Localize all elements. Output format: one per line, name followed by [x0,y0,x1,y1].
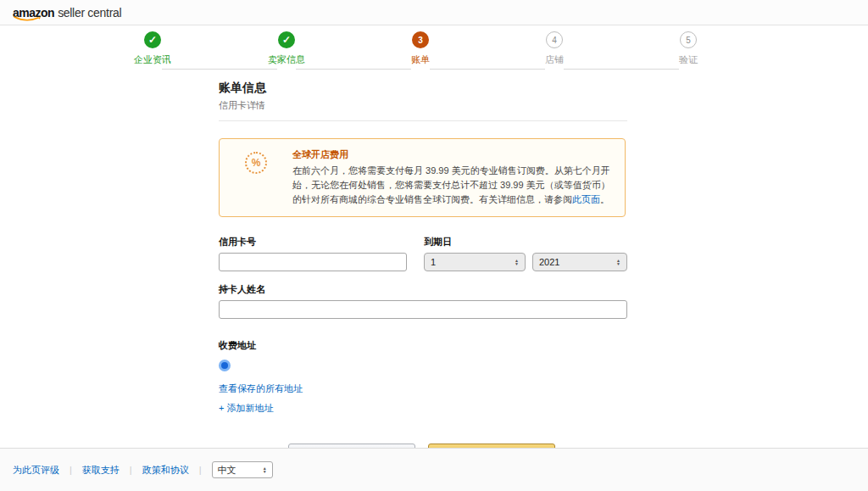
billing-address-radio[interactable] [219,360,231,371]
view-saved-addresses-link[interactable]: 查看保存的所有地址 [219,382,627,395]
step-number: 3 [412,31,429,48]
percent-badge-icon: % [245,152,267,174]
step-label: 卖家信息 [227,53,346,66]
stepper-connector [564,69,679,70]
card-number-input[interactable] [219,253,407,271]
step-verification: 5 验证 [629,31,748,66]
logo-seller-central-text: seller central [58,6,121,20]
stepper-arrows-icon: ▲▼ [263,466,267,473]
radio-selected-dot [221,362,228,369]
step-company-info: ✓ 企业资讯 [93,31,212,66]
expiry-month-select[interactable]: 1 ▲▼ [424,253,526,271]
global-selling-fee-notice: % 全球开店费用 在前六个月，您将需要支付每月 39.99 美元的专业销售订阅费… [219,138,626,217]
cardholder-name-input[interactable] [219,300,627,319]
amazon-smile-icon [14,16,42,22]
stepper-arrows-icon: ▲▼ [616,259,620,265]
page-footer: 为此页评级 | 获取支持 | 政策和协议 | 中文 ▲▼ [0,448,868,491]
stepper-connector [162,69,277,70]
this-page-link[interactable]: 此页面 [572,194,600,204]
step-billing: 3 账单 [361,31,480,66]
policies-agreements-link[interactable]: 政策和协议 [142,464,189,477]
step-label: 验证 [629,53,748,66]
notice-body-end: 。 [600,194,609,204]
footer-separator: | [130,465,132,475]
stepper-connector [296,69,411,70]
notice-title: 全球开店费用 [292,148,613,161]
registration-stepper: ✓ 企业资讯 ✓ 卖家信息 3 账单 4 店铺 5 验证 [0,30,868,72]
expiry-date-label: 到期日 [424,236,627,248]
expiry-month-value: 1 [431,257,436,267]
stepper-connector [430,69,545,70]
check-icon: ✓ [144,31,161,48]
step-seller-info: ✓ 卖家信息 [227,31,346,66]
add-new-address-link[interactable]: + 添加新地址 [219,402,627,415]
billing-form-section: 账单信息 信用卡详情 % 全球开店费用 在前六个月，您将需要支付每月 39.99… [219,81,627,462]
page-title: 账单信息 [219,81,627,96]
page-subtitle: 信用卡详情 [219,99,627,112]
section-divider [219,120,627,121]
amazon-seller-central-logo[interactable]: amazon seller central [13,6,121,20]
rate-this-page-link[interactable]: 为此页评级 [13,464,59,477]
cardholder-name-label: 持卡人姓名 [219,283,627,296]
billing-address-label: 收费地址 [219,339,627,352]
expiry-year-select[interactable]: 2021 ▲▼ [532,253,627,271]
expiry-year-value: 2021 [539,257,559,267]
footer-separator: | [70,465,72,475]
top-header: amazon seller central [0,0,868,25]
language-value: 中文 [218,464,236,477]
step-number: 5 [680,31,697,48]
step-label: 企业资讯 [93,53,212,66]
stepper-arrows-icon: ▲▼ [515,259,519,265]
check-icon: ✓ [278,31,295,48]
step-store: 4 店铺 [495,31,614,66]
step-label: 店铺 [495,53,614,66]
step-label: 账单 [361,53,480,66]
language-select[interactable]: 中文 ▲▼ [212,461,273,478]
card-number-label: 信用卡号 [219,236,407,248]
footer-separator: | [199,465,202,475]
notice-body: 在前六个月，您将需要支付每月 39.99 美元的专业销售订阅费。从第七个月开始，… [292,164,613,207]
notice-body-text: 在前六个月，您将需要支付每月 39.99 美元的专业销售订阅费。从第七个月开始，… [292,165,610,204]
get-support-link[interactable]: 获取支持 [82,464,120,477]
step-number: 4 [546,31,563,48]
